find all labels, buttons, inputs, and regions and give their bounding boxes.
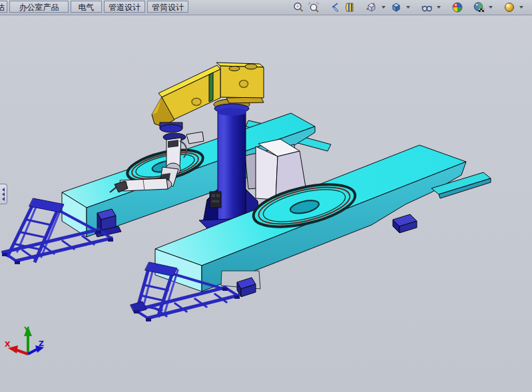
apply-scene-dropdown[interactable] [487, 1, 493, 14]
tab-office-products[interactable]: 办公室产品 [9, 1, 69, 13]
view-orientation-dropdown[interactable] [380, 1, 386, 14]
zoom-to-fit-button[interactable] [292, 1, 305, 14]
tab-evaluate-partial[interactable]: 估 [0, 1, 7, 13]
tab-piping-design[interactable]: 管道设计 [104, 1, 145, 13]
tab-electrical[interactable]: 电气 [71, 1, 102, 13]
hide-show-items-dropdown[interactable] [435, 1, 441, 14]
axis-x-label: X [5, 340, 11, 349]
front-beam-stand[interactable] [393, 214, 417, 233]
hide-show-items-button[interactable] [420, 1, 433, 14]
yellow-boom-arm[interactable] [152, 63, 264, 132]
view-settings-dropdown[interactable] [518, 1, 524, 14]
section-view-button[interactable] [344, 1, 357, 14]
tab-tubing-design[interactable]: 管筒设计 [147, 1, 188, 13]
display-style-dropdown[interactable] [405, 1, 411, 14]
view-settings-button[interactable] [503, 1, 516, 14]
3d-viewport[interactable]: Y X Z [0, 15, 532, 392]
heads-up-view-toolbar [292, 1, 525, 14]
axis-y-label: Y [23, 325, 30, 334]
axis-z-label: Z [39, 339, 44, 348]
command-tab-bar: 估 办公室产品 电气 管道设计 管筒设计 [0, 0, 532, 15]
zoom-to-area-button[interactable] [307, 1, 320, 14]
solidworks-window: 估 办公室产品 电气 管道设计 管筒设计 [0, 0, 532, 392]
view-orientation-button[interactable] [365, 1, 378, 14]
display-style-button[interactable] [390, 1, 403, 14]
control-box [210, 192, 221, 208]
apply-scene-button[interactable] [472, 1, 485, 14]
orientation-triad: Y X Z [5, 325, 44, 354]
previous-view-button[interactable] [328, 1, 342, 14]
edit-appearance-button[interactable] [451, 1, 464, 14]
